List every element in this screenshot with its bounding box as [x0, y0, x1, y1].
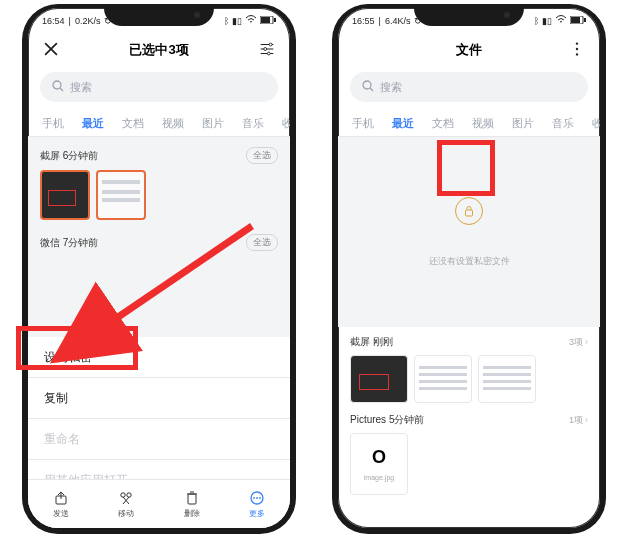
- chevron-right-icon: ›: [585, 415, 588, 425]
- svg-point-10: [127, 492, 131, 496]
- tab-music[interactable]: 音乐: [242, 116, 264, 131]
- svg-point-22: [363, 81, 371, 89]
- search-input[interactable]: 搜索: [40, 72, 278, 102]
- thumbnail[interactable]: [414, 355, 472, 403]
- signal-icon: ▮▯: [232, 16, 242, 26]
- tab-fav[interactable]: 收藏: [592, 116, 600, 131]
- svg-point-3: [269, 43, 272, 46]
- tab-docs[interactable]: 文档: [122, 116, 144, 131]
- battery-icon: [570, 16, 586, 26]
- search-placeholder: 搜索: [70, 80, 92, 95]
- section-title: 截屏 6分钟前: [40, 149, 98, 163]
- signal-icon: ▮▯: [542, 16, 552, 26]
- bluetooth-icon: ᛒ: [534, 16, 539, 26]
- phone-right: 16:55 | 6.4K/s ↻ ᛒ ▮▯ 文件 搜索 手机 最近: [332, 4, 606, 534]
- section-head-1: 截屏 6分钟前 全选: [40, 147, 278, 164]
- status-net: 6.4K/s: [385, 16, 411, 26]
- wifi-icon: [555, 15, 567, 27]
- svg-line-23: [370, 88, 373, 91]
- page-title: 已选中3项: [60, 41, 258, 59]
- svg-rect-11: [188, 494, 196, 504]
- svg-point-4: [264, 47, 267, 50]
- tab-recent[interactable]: 最近: [392, 116, 414, 131]
- svg-point-20: [576, 47, 578, 49]
- annotation-arrow: [84, 216, 284, 360]
- svg-rect-1: [261, 17, 270, 23]
- chevron-right-icon: ›: [585, 337, 588, 347]
- search-placeholder: 搜索: [380, 80, 402, 95]
- title-bar: 已选中3项: [28, 32, 290, 68]
- sheet-rename: 重命名: [28, 419, 290, 460]
- tabs: 手机 最近 文档 视频 图片 音乐 收藏: [338, 110, 600, 137]
- svg-point-9: [121, 492, 125, 496]
- status-time: 16:54: [42, 16, 65, 26]
- battery-icon: [260, 16, 276, 26]
- lock-icon[interactable]: [455, 197, 483, 225]
- thumbnail[interactable]: [350, 355, 408, 403]
- tab-music[interactable]: 音乐: [552, 116, 574, 131]
- close-icon[interactable]: [42, 40, 60, 61]
- toolbar-more[interactable]: 更多: [249, 490, 265, 519]
- tabs: 手机 最近 文档 视频 图片 音乐 收藏: [28, 110, 290, 137]
- section-count[interactable]: 1项›: [569, 414, 588, 427]
- filter-icon[interactable]: [258, 40, 276, 61]
- svg-rect-17: [571, 17, 580, 23]
- svg-rect-18: [584, 18, 586, 22]
- svg-point-21: [576, 53, 578, 55]
- search-input[interactable]: 搜索: [350, 72, 588, 102]
- toolbar-delete[interactable]: 删除: [184, 490, 200, 519]
- notch: [104, 6, 214, 26]
- empty-caption: 还没有设置私密文件: [429, 255, 510, 268]
- tab-fav[interactable]: 收藏: [282, 116, 290, 131]
- search-icon: [52, 80, 64, 94]
- svg-rect-24: [466, 210, 473, 216]
- tab-phone[interactable]: 手机: [42, 116, 64, 131]
- file-list[interactable]: 截屏 刚刚 3项› Pictures 5分钟前 1项› O image.jp: [338, 327, 600, 513]
- wifi-icon: [245, 15, 257, 27]
- tab-phone[interactable]: 手机: [352, 116, 374, 131]
- svg-point-13: [253, 497, 255, 499]
- svg-point-15: [259, 497, 261, 499]
- card-letter: O: [372, 447, 386, 468]
- bluetooth-icon: ᛒ: [224, 16, 229, 26]
- svg-point-19: [576, 42, 578, 44]
- tab-image[interactable]: 图片: [202, 116, 224, 131]
- toolbar-move[interactable]: 移动: [118, 490, 134, 519]
- search-icon: [362, 80, 374, 94]
- status-net: 0.2K/s: [75, 16, 101, 26]
- thumbnail-card[interactable]: O image.jpg: [350, 433, 408, 495]
- svg-line-7: [60, 88, 63, 91]
- bottom-toolbar: 发送 移动 删除 更多: [28, 479, 290, 528]
- section-title: 截屏 刚刚: [350, 335, 393, 349]
- section-title: Pictures 5分钟前: [350, 413, 424, 427]
- svg-point-14: [256, 497, 258, 499]
- thumbnail[interactable]: [96, 170, 146, 220]
- tab-image[interactable]: 图片: [512, 116, 534, 131]
- tab-recent[interactable]: 最近: [82, 116, 104, 131]
- page-title: 文件: [370, 41, 568, 59]
- thumbnail[interactable]: [478, 355, 536, 403]
- status-time: 16:55: [352, 16, 375, 26]
- more-icon[interactable]: [568, 40, 586, 61]
- card-caption: image.jpg: [364, 474, 394, 481]
- svg-rect-2: [274, 18, 276, 22]
- tab-video[interactable]: 视频: [162, 116, 184, 131]
- toolbar-send[interactable]: 发送: [53, 490, 69, 519]
- svg-line-25: [102, 226, 252, 328]
- select-all-button[interactable]: 全选: [246, 147, 278, 164]
- tab-docs[interactable]: 文档: [432, 116, 454, 131]
- highlight-lock: [437, 140, 495, 196]
- notch: [414, 6, 524, 26]
- svg-point-5: [267, 52, 270, 55]
- tab-video[interactable]: 视频: [472, 116, 494, 131]
- thumbnail[interactable]: [40, 170, 90, 220]
- svg-point-6: [53, 81, 61, 89]
- title-bar: 文件: [338, 32, 600, 68]
- section-count[interactable]: 3项›: [569, 336, 588, 349]
- sheet-copy[interactable]: 复制: [28, 378, 290, 419]
